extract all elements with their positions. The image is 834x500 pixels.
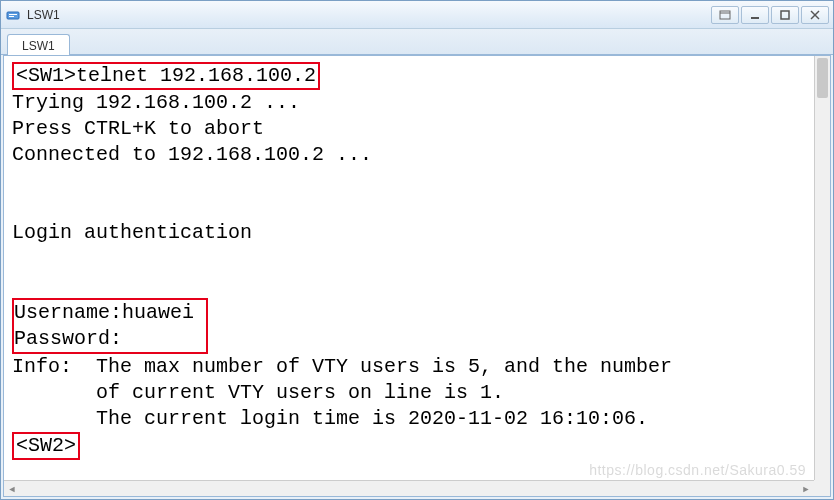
horizontal-scrollbar[interactable]: ◄ ► [4,480,814,496]
scroll-left-arrow[interactable]: ◄ [4,482,20,496]
svg-rect-6 [781,11,789,19]
svg-rect-2 [9,16,14,17]
highlight-prompt: <SW2> [12,432,80,460]
scroll-right-arrow[interactable]: ► [798,482,814,496]
tabbar: LSW1 [1,29,833,55]
terminal-line: Info: The max number of VTY users is 5, … [12,355,672,378]
minimize-button[interactable] [741,6,769,24]
terminal-line: of current VTY users on line is 1. [12,381,504,404]
app-icon [5,7,21,23]
scroll-corner [814,480,830,496]
watermark: https://blog.csdn.net/Sakura0.59 [589,462,806,478]
window-controls [711,6,829,24]
highlight-credentials: Username:huawei Password: [12,298,208,354]
vertical-scrollbar[interactable] [814,56,830,480]
terminal-output[interactable]: <SW1>telnet 192.168.100.2 Trying 192.168… [4,56,814,480]
tab-label: LSW1 [22,39,55,53]
window-title: LSW1 [27,8,711,22]
terminal-line: Login authentication [12,221,252,244]
maximize-button[interactable] [771,6,799,24]
terminal-container: <SW1>telnet 192.168.100.2 Trying 192.168… [3,55,831,497]
vertical-scroll-thumb[interactable] [817,58,828,98]
tab-lsw1[interactable]: LSW1 [7,34,70,56]
terminal-line: Connected to 192.168.100.2 ... [12,143,372,166]
svg-rect-3 [720,11,730,19]
svg-rect-1 [9,14,17,15]
titlebar: LSW1 [1,1,833,29]
terminal-line: The current login time is 2020-11-02 16:… [12,407,648,430]
options-button[interactable] [711,6,739,24]
terminal-line: Press CTRL+K to abort [12,117,264,140]
app-window: LSW1 LSW1 <SW1>telnet 192.168.100.2 Tryi… [0,0,834,500]
highlight-cmd: <SW1>telnet 192.168.100.2 [12,62,320,90]
close-button[interactable] [801,6,829,24]
terminal-line: Username:huawei [14,301,194,324]
svg-rect-0 [7,12,19,19]
terminal-line: Password: [14,327,122,350]
terminal-line: Trying 192.168.100.2 ... [12,91,300,114]
